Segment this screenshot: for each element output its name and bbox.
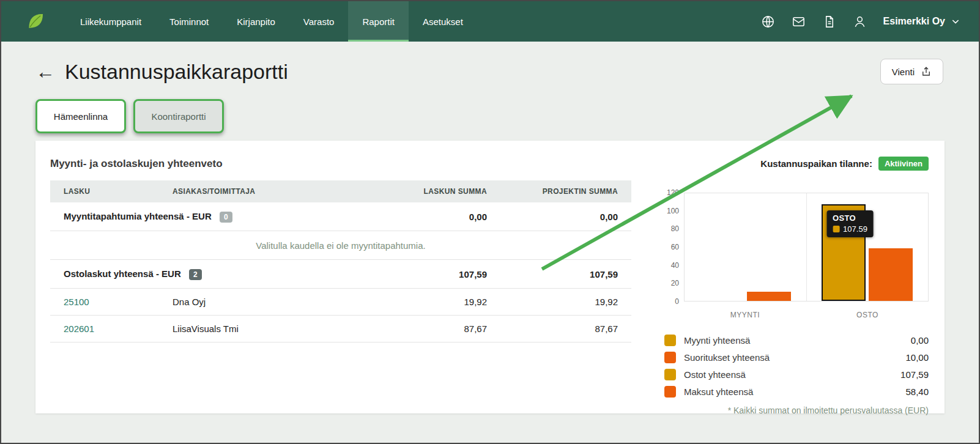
legend-item: Ostot yhteensä 107,59 xyxy=(664,366,929,383)
invoice-sum: 19,92 xyxy=(355,297,502,307)
col-header-lasku: LASKU xyxy=(50,187,159,196)
nav-item-toiminnot[interactable]: Toiminnot xyxy=(155,1,223,42)
export-button[interactable]: Vienti xyxy=(880,59,943,84)
counterparty-name: LiisaVisuals Tmi xyxy=(159,324,355,334)
tab-label: Hämeenlinna xyxy=(54,111,108,122)
table-header-row: LASKU ASIAKAS/TOIMITTAJA LASKUN SUMMA PR… xyxy=(50,180,631,202)
purchases-project-sum: 107,59 xyxy=(502,269,631,279)
col-header-projektin-summa: PROJEKTIN SUMMA xyxy=(502,187,631,196)
page-title: Kustannuspaikkaraportti xyxy=(65,60,288,84)
sales-total-row: Myyntitapahtumia yhteensä - EUR 0 0,00 0… xyxy=(50,202,631,231)
legend-swatch xyxy=(664,386,676,398)
company-name: Esimerkki Oy xyxy=(883,16,945,27)
nav-utilities: Esimerkki Oy xyxy=(761,1,960,42)
legend-swatch xyxy=(664,335,676,346)
page-header: ← Kustannuspaikkaraportti Vienti xyxy=(1,42,979,84)
tooltip-value: 107.59 xyxy=(843,224,867,234)
x-label-osto: OSTO xyxy=(806,311,929,319)
nav-item-varasto[interactable]: Varasto xyxy=(289,1,349,42)
table-row: 202601 LiisaVisuals Tmi 87,67 87,67 xyxy=(50,316,631,342)
share-icon xyxy=(921,66,932,77)
status-badge: Aktiivinen xyxy=(878,157,929,171)
user-icon[interactable] xyxy=(853,15,867,29)
report-card: Myynti- ja ostolaskujen yhteenveto Kusta… xyxy=(35,141,945,413)
summary-table: LASKU ASIAKAS/TOIMITTAJA LASKUN SUMMA PR… xyxy=(50,180,631,415)
empty-sales-row: Valitulla kaudella ei ole myyntitapahtum… xyxy=(50,231,631,260)
report-tabs: Hämeenlinna Koontiraportti xyxy=(35,99,979,133)
sales-total-label: Myyntitapahtumia yhteensä - EUR xyxy=(64,211,212,221)
legend-swatch xyxy=(664,369,676,380)
nav-item-liikekumppanit[interactable]: Liikekumppanit xyxy=(66,1,155,42)
tooltip-swatch xyxy=(833,226,839,232)
mail-icon[interactable] xyxy=(792,15,806,29)
purchases-invoice-sum: 107,59 xyxy=(355,269,502,279)
card-body: LASKU ASIAKAS/TOIMITTAJA LASKUN SUMMA PR… xyxy=(35,180,945,415)
empty-sales-message: Valitulla kaudella ei ole myyntitapahtum… xyxy=(50,240,631,251)
bar-osto-orange[interactable] xyxy=(869,248,913,301)
tab-hameenlinna[interactable]: Hämeenlinna xyxy=(35,99,126,133)
nav-item-asetukset[interactable]: Asetukset xyxy=(409,1,477,42)
table-row: 25100 Dna Oyj 19,92 19,92 xyxy=(50,289,631,316)
bar-group-myynti xyxy=(685,193,806,301)
bar-group-osto: OSTO 107.59 xyxy=(806,193,928,301)
app-window: Liikekumppanit Toiminnot Kirjanpito Vara… xyxy=(0,0,980,444)
main-nav: Liikekumppanit Toiminnot Kirjanpito Vara… xyxy=(66,1,477,42)
leaf-logo-icon[interactable] xyxy=(24,11,45,32)
purchases-total-label: Ostolaskut yhteensä - EUR xyxy=(64,268,181,279)
x-label-myynti: MYYNTI xyxy=(684,311,806,319)
status-label: Kustannuspaikan tilanne: xyxy=(760,158,872,169)
back-arrow-icon[interactable]: ← xyxy=(35,62,55,81)
legend-item: Myynti yhteensä 0,00 xyxy=(664,331,929,349)
summary-chart: 120 100 80 60 40 20 0 xyxy=(664,180,929,415)
tab-koontiraportti[interactable]: Koontiraportti xyxy=(133,99,224,133)
company-selector[interactable]: Esimerkki Oy xyxy=(883,16,960,27)
globe-icon[interactable] xyxy=(761,15,775,29)
export-label: Vienti xyxy=(892,67,915,77)
card-header: Myynti- ja ostolaskujen yhteenveto Kusta… xyxy=(35,141,945,180)
nav-item-kirjanpito[interactable]: Kirjanpito xyxy=(223,1,289,42)
legend-item: Suoritukset yhteensä 10,00 xyxy=(664,349,929,366)
cost-center-status: Kustannuspaikan tilanne: Aktiivinen xyxy=(760,157,929,171)
top-nav: Liikekumppanit Toiminnot Kirjanpito Vara… xyxy=(1,1,979,42)
project-sum: 19,92 xyxy=(502,297,631,307)
col-header-asiakas: ASIAKAS/TOIMITTAJA xyxy=(159,187,355,196)
col-header-laskun-summa: LASKUN SUMMA xyxy=(355,187,502,196)
invoice-sum: 87,67 xyxy=(355,324,502,334)
sales-count-badge: 0 xyxy=(220,212,232,223)
bar-myynti-orange[interactable] xyxy=(747,292,791,301)
legend-swatch xyxy=(664,352,676,363)
chart-plot-area: OSTO 107.59 xyxy=(684,193,929,302)
tooltip-category: OSTO xyxy=(833,213,867,223)
document-icon[interactable] xyxy=(822,15,836,29)
sales-project-sum: 0,00 xyxy=(502,212,631,222)
project-sum: 87,67 xyxy=(502,324,631,334)
chart-y-axis: 120 100 80 60 40 20 0 xyxy=(664,188,684,306)
chart-tooltip: OSTO 107.59 xyxy=(826,210,874,237)
legend-item: Maksut yhteensä 58,40 xyxy=(664,383,929,400)
invoice-link[interactable]: 25100 xyxy=(50,297,159,307)
tab-label: Koontiraportti xyxy=(151,111,206,122)
chevron-down-icon xyxy=(951,17,960,26)
counterparty-name: Dna Oyj xyxy=(159,297,355,307)
invoice-link[interactable]: 202601 xyxy=(50,324,159,334)
chart-legend: Myynti yhteensä 0,00 Suoritukset yhteens… xyxy=(664,331,929,400)
section-title: Myynti- ja ostolaskujen yhteenveto xyxy=(50,158,223,170)
currency-footnote: * Kaikki summat on ilmoitettu perusvaluu… xyxy=(664,405,929,415)
chart-x-axis: MYYNTI OSTO xyxy=(684,311,929,319)
purchases-total-row: Ostolaskut yhteensä - EUR 2 107,59 107,5… xyxy=(50,260,631,289)
sales-invoice-sum: 0,00 xyxy=(355,212,502,222)
nav-item-raportit[interactable]: Raportit xyxy=(348,1,409,42)
purchases-count-badge: 2 xyxy=(189,269,202,280)
